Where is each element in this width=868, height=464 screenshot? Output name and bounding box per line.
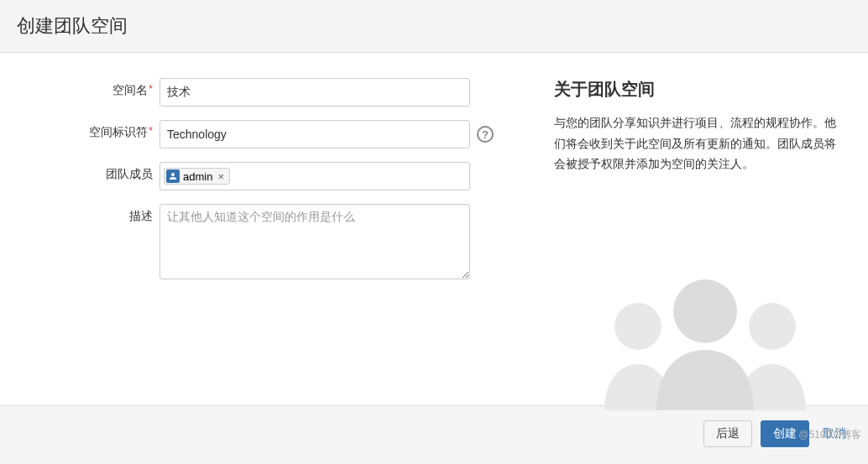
label-space-name: 空间名*	[34, 78, 159, 98]
svg-point-0	[614, 303, 661, 350]
dialog-body: 空间名* 空间标识符* ? 团队成员	[0, 53, 868, 405]
description-textarea[interactable]	[159, 204, 470, 279]
row-description: 描述	[34, 204, 537, 279]
required-asterisk: *	[149, 125, 153, 137]
label-space-id: 空间标识符*	[34, 120, 159, 140]
info-body: 与您的团队分享知识并进行项目、流程的规程协作。他们将会收到关于此空间及所有更新的…	[554, 112, 843, 175]
cancel-button[interactable]: 取消	[818, 426, 851, 441]
label-description: 描述	[34, 204, 159, 224]
members-input[interactable]: admin ×	[159, 162, 470, 190]
form-column: 空间名* 空间标识符* ? 团队成员	[0, 78, 537, 405]
space-id-input[interactable]	[159, 120, 470, 149]
info-heading: 关于团队空间	[554, 78, 843, 101]
svg-point-2	[673, 279, 737, 343]
user-avatar-icon	[166, 169, 180, 183]
info-column: 关于团队空间 与您的团队分享知识并进行项目、流程的规程协作。他们将会收到关于此空…	[537, 78, 868, 405]
required-asterisk: *	[149, 83, 153, 95]
user-tag-name: admin	[183, 170, 212, 183]
team-illustration-icon	[588, 259, 823, 414]
help-icon[interactable]: ?	[477, 126, 494, 143]
create-button[interactable]: 创建	[761, 420, 809, 447]
dialog-header: 创建团队空间	[0, 0, 868, 53]
row-space-id: 空间标识符* ?	[34, 120, 537, 149]
row-members: 团队成员 admin ×	[34, 162, 537, 190]
user-tag: admin ×	[164, 168, 230, 185]
back-button[interactable]: 后退	[703, 420, 752, 447]
svg-point-1	[749, 303, 796, 350]
label-members: 团队成员	[34, 162, 159, 182]
dialog-title: 创建团队空间	[17, 13, 851, 39]
row-space-name: 空间名*	[34, 78, 537, 107]
remove-tag-icon[interactable]: ×	[216, 170, 226, 183]
space-name-input[interactable]	[159, 78, 470, 107]
